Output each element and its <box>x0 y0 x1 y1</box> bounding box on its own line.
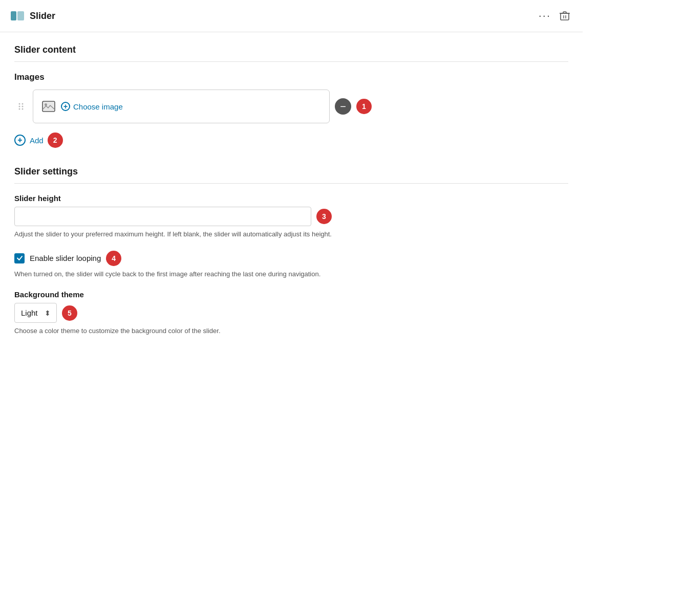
drag-handle[interactable] <box>14 100 28 113</box>
more-options-button[interactable]: ··· <box>537 7 553 25</box>
svg-rect-12 <box>42 101 55 112</box>
panel-header: Slider ··· <box>0 0 583 32</box>
svg-rect-0 <box>11 11 16 20</box>
image-placeholder-icon <box>41 99 56 114</box>
svg-rect-1 <box>17 11 24 20</box>
background-theme-select[interactable]: Light Dark <box>14 303 57 323</box>
background-theme-help: Choose a color theme to customize the ba… <box>14 326 373 336</box>
slider-height-input[interactable] <box>14 207 311 226</box>
image-picker[interactable]: + Choose image <box>33 90 330 123</box>
background-theme-label: Background theme <box>14 290 568 299</box>
svg-point-7 <box>22 103 24 105</box>
slider-settings-section: Slider settings Slider height 3 Adjust t… <box>14 166 568 336</box>
badge-2: 2 <box>48 133 63 148</box>
panel-title: Slider <box>30 11 55 21</box>
header-right: ··· <box>537 7 572 25</box>
svg-point-9 <box>22 106 24 107</box>
add-image-button[interactable]: + Add <box>14 135 44 146</box>
image-row: + Choose image − 1 <box>14 90 568 123</box>
slider-height-field-group: Slider height 3 Adjust the slider to you… <box>14 194 568 239</box>
looping-label: Enable slider looping <box>30 254 101 262</box>
slider-app-icon <box>10 9 25 23</box>
background-theme-field-group: Background theme Light Dark ⬍ 5 Choose a… <box>14 290 568 336</box>
remove-image-button[interactable]: − <box>335 98 351 115</box>
slider-content-section: Slider content Images <box>14 45 568 148</box>
trash-icon <box>559 10 570 21</box>
badge-4: 4 <box>106 251 121 266</box>
drag-dots-icon <box>16 102 26 111</box>
looping-field-group: Enable slider looping 4 When turned on, … <box>14 251 568 279</box>
svg-point-10 <box>19 108 20 110</box>
plus-circle-icon: + <box>61 102 70 111</box>
svg-point-8 <box>19 106 20 107</box>
svg-point-6 <box>19 103 20 105</box>
add-section: + Add 2 <box>14 133 568 148</box>
choose-image-button[interactable]: + Choose image <box>61 102 123 111</box>
svg-rect-2 <box>561 13 569 20</box>
header-left: Slider <box>10 9 55 23</box>
background-theme-select-row: Light Dark ⬍ 5 <box>14 303 568 323</box>
panel-content: Slider content Images <box>0 32 583 360</box>
delete-button[interactable] <box>557 8 572 24</box>
checkmark-icon <box>16 255 23 261</box>
slider-height-help: Adjust the slider to your preferred maxi… <box>14 229 373 239</box>
slider-height-label: Slider height <box>14 194 568 203</box>
choose-image-label: Choose image <box>73 102 123 111</box>
looping-help: When turned on, the slider will cycle ba… <box>14 269 373 279</box>
looping-checkbox-row: Enable slider looping 4 <box>14 251 568 266</box>
badge-3: 3 <box>316 209 332 224</box>
add-plus-circle-icon: + <box>14 135 26 146</box>
svg-point-13 <box>45 103 47 106</box>
svg-point-11 <box>22 108 24 110</box>
images-section: Images <box>14 72 568 148</box>
slider-settings-title: Slider settings <box>14 166 568 177</box>
images-label: Images <box>14 72 568 82</box>
slider-content-title: Slider content <box>14 45 568 55</box>
slider-height-input-row: 3 <box>14 207 568 226</box>
section-divider-1 <box>14 61 568 62</box>
add-label: Add <box>30 136 44 145</box>
section-divider-2 <box>14 183 568 184</box>
looping-checkbox[interactable] <box>14 253 25 263</box>
badge-1: 1 <box>356 99 372 114</box>
badge-5: 5 <box>62 305 77 321</box>
background-theme-select-wrapper: Light Dark ⬍ <box>14 303 57 323</box>
